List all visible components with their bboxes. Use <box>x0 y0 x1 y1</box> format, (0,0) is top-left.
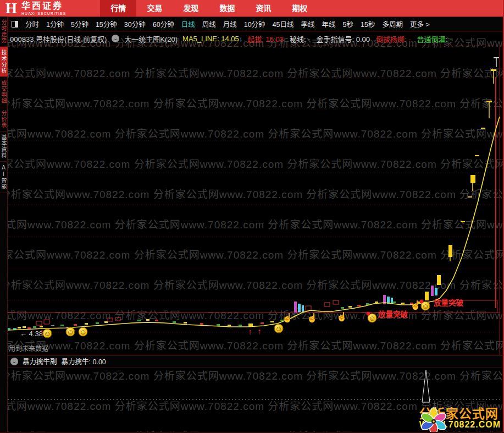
sidebar-tab[interactable]: 成交明细 <box>0 77 8 107</box>
sidebar-tab[interactable]: AI智能 <box>0 162 8 193</box>
period-button[interactable]: 季线 <box>301 19 315 29</box>
split-window-icon[interactable] <box>12 21 18 28</box>
indicator-stat: 普通倒灌: - <box>417 34 452 44</box>
sidebar-tab[interactable]: 分价表 <box>0 107 8 131</box>
sidebar-tab[interactable]: 分时走势 <box>0 17 8 47</box>
period-button[interactable]: 多周期 <box>382 19 403 29</box>
indicator-stat: 金手指信号: 0.00 <box>317 34 370 44</box>
period-button[interactable]: 5分钟 <box>71 19 88 29</box>
future-data-warning: 用到未来数据 <box>9 343 48 353</box>
header-menu-item[interactable]: 期权 <box>281 0 318 17</box>
sub-indicator-title[interactable]: 暴力擒牛副 <box>23 356 57 366</box>
period-button[interactable]: 分时 <box>25 19 39 29</box>
candlestick-chart[interactable]: 用到未来数据 <box>8 46 500 355</box>
flower-logo-icon <box>419 407 448 433</box>
main-indicator-label: 大一统主图K(20) <box>124 34 178 44</box>
period-button[interactable]: 15分钟 <box>96 19 117 29</box>
sub-indicator-value: 暴力擒牛: 0.00 <box>62 356 106 366</box>
indicator-stat: 倒拔杨柳: - <box>376 34 411 44</box>
period-button[interactable]: 更多 > <box>410 19 430 29</box>
period-button[interactable]: 周线 <box>202 19 216 29</box>
info-bar: 000833 粤桂股份(日线.前复权) ⌄ 大一统主图K(20) MA5_LIN… <box>8 31 504 46</box>
chart-canvas <box>8 46 500 355</box>
indicator-spike <box>422 370 430 402</box>
period-button[interactable]: 月线 <box>223 19 237 29</box>
period-button[interactable]: 15秒 <box>361 19 375 29</box>
sub-indicator-panel[interactable]: 分析家公式网 WWW.70822.COM <box>8 368 504 432</box>
indicator-stats: 起拔: 15.03秘线: -金手指信号: 0.00倒拔杨柳: -普通倒灌: - <box>247 34 452 44</box>
period-button[interactable]: 1分钟 <box>46 19 64 29</box>
header-menu-item[interactable]: 发现 <box>173 0 209 17</box>
period-button[interactable]: 30分钟 <box>124 19 146 29</box>
period-toolbar: 分时1分钟5分钟15分钟30分钟60分钟日线周线月线10分钟45日线季线年线5秒… <box>8 17 504 31</box>
brand-name-en: HUAXI SECURITIES <box>21 12 66 15</box>
period-button[interactable]: 日线 <box>181 19 195 29</box>
indicator-stat: 秘线: - <box>290 34 311 44</box>
app-window: 分析家公式网www.70822.com 分析家公式网www.70822.com … <box>0 0 504 433</box>
ma5-value: MA5_LINE: 14.05 <box>182 35 239 43</box>
chevron-down-icon[interactable]: ⌄ <box>112 35 119 42</box>
header-menu-item[interactable]: 数据 <box>209 0 245 17</box>
site-logo: 分析家公式网 WWW.70822.COM <box>419 407 501 430</box>
period-button[interactable]: 45日线 <box>273 19 294 29</box>
app-header: H 华西证券 HUAXI SECURITIES 行情交易发现数据资讯期权 <box>0 0 504 17</box>
period-button[interactable]: 60分钟 <box>153 19 174 29</box>
period-button[interactable]: 10分钟 <box>244 19 265 29</box>
brand-name: 华西证券 <box>21 2 66 10</box>
left-sidebar: 分时走势技术分析成交明细分价表基本资料AI智能 <box>0 17 8 433</box>
brand-logo-icon: H <box>5 1 17 16</box>
header-menu-item[interactable]: 行情 <box>100 0 136 17</box>
header-menu-item[interactable]: 交易 <box>136 0 173 17</box>
sidebar-tab[interactable]: 基本资料 <box>0 131 8 162</box>
sub-indicator-header: ⌄ 暴力擒牛副 暴力擒牛: 0.00 <box>8 355 504 368</box>
period-button[interactable]: 年线 <box>322 19 336 29</box>
instrument-label: 000833 粤桂股份(日线.前复权) <box>10 34 107 44</box>
down-arrow-icon: ↓ <box>239 35 243 43</box>
header-menu-item[interactable]: 资讯 <box>245 0 281 17</box>
chevron-down-icon[interactable]: ⌄ <box>10 358 18 365</box>
indicator-stat: 起拔: 15.03 <box>247 34 284 44</box>
period-button[interactable]: 5秒 <box>343 19 353 29</box>
header-menu: 行情交易发现数据资讯期权 <box>100 0 318 17</box>
sidebar-tab[interactable]: 技术分析 <box>0 47 8 77</box>
brand-logo: H 华西证券 HUAXI SECURITIES <box>5 1 66 16</box>
